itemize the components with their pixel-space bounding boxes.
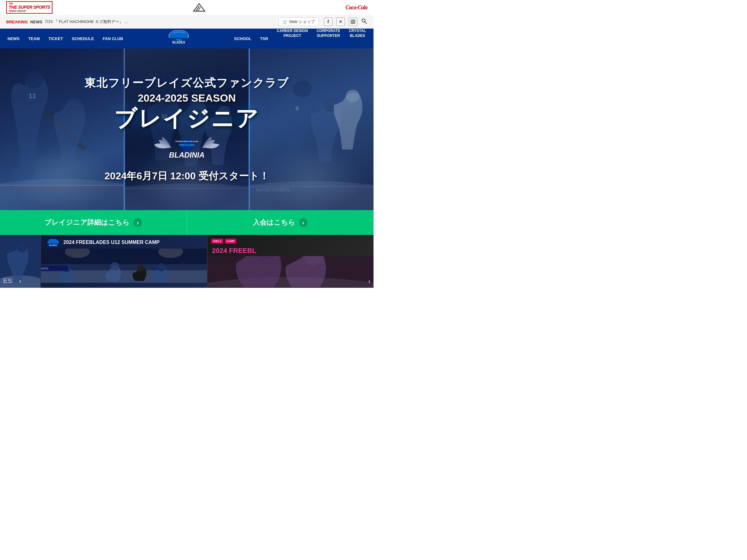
adidas-logo bbox=[193, 3, 205, 12]
nav-item-crystal[interactable]: CRYSTALBLADES bbox=[344, 29, 370, 49]
svg-point-47 bbox=[157, 263, 165, 271]
nav-item-ticket[interactable]: TICKET bbox=[44, 29, 68, 49]
news-bar: BREAKING NEWS 7/15 『 FLAT HACHINOHE キズ無料… bbox=[0, 15, 374, 29]
svg-point-4 bbox=[352, 21, 354, 23]
svg-line-7 bbox=[365, 22, 367, 24]
bottom-card-left: ES ‹ bbox=[0, 235, 41, 288]
bladinia-logo-svg: FREE BLADES FREEBLADES FAN CLUB BLADINIA bbox=[153, 135, 221, 163]
news-left: BREAKING NEWS 7/15 『 FLAT HACHINOHE キズ無料… bbox=[6, 19, 128, 25]
svg-text:BLADES: BLADES bbox=[172, 41, 185, 44]
cta-bladinia-detail-button[interactable]: ブレイジニア詳細はこちら › bbox=[0, 210, 187, 235]
cta-arrow-2: › bbox=[299, 218, 308, 227]
camp-title-text: 2024 FREEBLADES U12 SUMMER CAMP bbox=[63, 239, 159, 245]
nav-item-career[interactable]: CAREER DESIGNPROJECT bbox=[273, 29, 312, 49]
sponsor-bar: THE THE SUPER SPORTS XEBIO GROUP Coca-Co… bbox=[0, 0, 374, 15]
svg-point-46 bbox=[110, 262, 119, 270]
hero-date: 2024年6月7日 12:00 受付スタート！ bbox=[104, 169, 269, 183]
scroll-right-arrow[interactable]: › bbox=[368, 278, 370, 285]
camp-header: BLADES 2024 FREEBLADES U12 SUMMER CAMP bbox=[41, 235, 207, 249]
camp-image: Panasonic bbox=[41, 249, 207, 283]
svg-text:Panasonic: Panasonic bbox=[41, 266, 49, 270]
nav-item-corporate[interactable]: CORPORATESUPPORTER bbox=[312, 29, 344, 49]
news-label: NEWS bbox=[30, 20, 42, 24]
nav-item-schedule[interactable]: SCHEDULE bbox=[68, 29, 99, 49]
news-right: 🛒 Web ショップ f ✕ bbox=[278, 18, 367, 26]
hero-content: 東北フリーブレイズ公式ファンクラブ 2024-2025 SEASON ブレイジニ… bbox=[0, 49, 374, 210]
bottom-card-center[interactable]: BLADES 2024 FREEBLADES U12 SUMMER CAMP bbox=[41, 235, 208, 288]
nav-right: SCHOOL TSR CAREER DESIGNPROJECT CORPORAT… bbox=[230, 29, 370, 49]
right-card-image bbox=[208, 256, 374, 287]
svg-point-36 bbox=[16, 243, 27, 252]
ss-the-text: THE bbox=[9, 2, 13, 5]
svg-text:FREE BLADES: FREE BLADES bbox=[179, 144, 195, 146]
nav-item-fanclub[interactable]: FAN CLUB bbox=[98, 29, 127, 49]
girls-badge: GIRLS bbox=[211, 239, 223, 244]
supersports-logo: THE THE SUPER SPORTS XEBIO GROUP bbox=[6, 1, 53, 14]
bottom-cards: ES ‹ BLADES 2024 FREEBLADES U12 SUMMER C… bbox=[0, 235, 374, 288]
cart-icon: 🛒 bbox=[282, 20, 287, 24]
adidas-icon bbox=[193, 3, 205, 12]
social-icons: f ✕ bbox=[324, 18, 367, 26]
nav-logo-center[interactable]: FREE BLADES bbox=[127, 29, 230, 48]
svg-marker-0 bbox=[194, 4, 205, 11]
svg-point-5 bbox=[354, 20, 355, 21]
ss-xebio-text: XEBIO GROUP bbox=[9, 10, 26, 12]
blades-logo-small: BLADES bbox=[45, 238, 61, 247]
svg-text:ES: ES bbox=[3, 277, 12, 285]
nav-item-news[interactable]: NEWS bbox=[3, 29, 24, 49]
hero-section: 11 92 bbox=[0, 49, 374, 210]
cocacola-logo: Coca-Cola bbox=[345, 4, 367, 11]
hero-season: 2024-2025 SEASON bbox=[138, 92, 236, 104]
svg-text:FREEBLADES FAN CLUB: FREEBLADES FAN CLUB bbox=[176, 141, 198, 142]
camp-badge: CAMP bbox=[225, 239, 236, 244]
sponsor-left: THE THE SUPER SPORTS XEBIO GROUP bbox=[6, 1, 53, 14]
freeblades-logo: FREE BLADES bbox=[165, 29, 192, 48]
news-text: 7/15 『 FLAT HACHINOHE キズ無料デー』 ... bbox=[45, 19, 128, 25]
cta-buttons: ブレイジニア詳細はこちら › 入会はこちら › bbox=[0, 210, 374, 235]
cta-arrow-1: › bbox=[133, 218, 142, 227]
svg-text:BLADINIA: BLADINIA bbox=[169, 151, 205, 159]
scroll-left-arrow[interactable]: ‹ bbox=[19, 278, 21, 285]
nav-left: NEWS TEAM TICKET SCHEDULE FAN CLUB bbox=[3, 29, 127, 49]
webshop-button[interactable]: 🛒 Web ショップ bbox=[278, 18, 319, 26]
bladinia-logo-area: FREE BLADES FREEBLADES FAN CLUB BLADINIA bbox=[153, 135, 221, 163]
breaking-label: BREAKING bbox=[6, 20, 28, 24]
freebl-text-pink: 2024 FREEBL bbox=[212, 247, 256, 255]
hero-title-jp: 東北フリーブレイズ公式ファンクラブ bbox=[84, 76, 289, 91]
cta-btn1-label: ブレイジニア詳細はこちら bbox=[45, 218, 130, 227]
ss-supersports-text: THE SUPER SPORTS bbox=[9, 5, 50, 10]
svg-point-48 bbox=[137, 264, 144, 271]
nav-bar: NEWS TEAM TICKET SCHEDULE FAN CLUB FREE … bbox=[0, 29, 374, 49]
svg-text:BLADES: BLADES bbox=[49, 244, 57, 246]
nav-item-team[interactable]: TEAM bbox=[24, 29, 44, 49]
bottom-card-right[interactable]: GIRLS CAMP 2024 FREEBL › bbox=[208, 235, 374, 288]
cta-btn2-label: 入会はこちら bbox=[253, 218, 295, 227]
cocacola-text: Coca-Cola bbox=[345, 4, 367, 11]
right-card-title: 2024 FREEBL bbox=[208, 235, 374, 256]
nav-item-school[interactable]: SCHOOL bbox=[230, 29, 256, 49]
right-card-badge-area: GIRLS CAMP bbox=[211, 239, 236, 244]
webshop-label: Web ショップ bbox=[289, 19, 315, 25]
svg-point-6 bbox=[362, 19, 365, 22]
instagram-icon[interactable] bbox=[349, 18, 357, 26]
hero-main-text: ブレイジニア bbox=[114, 107, 259, 130]
facebook-icon[interactable]: f bbox=[324, 18, 333, 26]
cta-join-button[interactable]: 入会はこちら › bbox=[187, 210, 374, 235]
twitter-x-icon[interactable]: ✕ bbox=[336, 18, 345, 26]
nav-item-tsr[interactable]: TSR bbox=[256, 29, 273, 49]
search-icon[interactable] bbox=[361, 18, 367, 26]
